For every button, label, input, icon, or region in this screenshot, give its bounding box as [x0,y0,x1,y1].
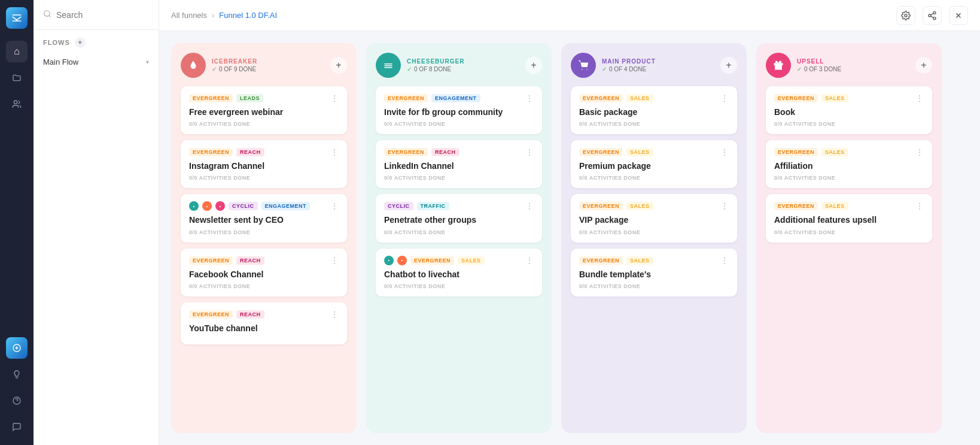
table-row[interactable]: EVERGREENREACH⋮Instagram Channel0/0 ACTI… [181,140,347,188]
col-add-button-cheeseburger[interactable]: + [525,57,542,74]
table-row[interactable]: EVERGREENSALES⋮Affiliation0/0 ACTIVITIES… [766,140,932,188]
table-row[interactable]: EVERGREENSALES⋮Bundle template's0/0 ACTI… [571,249,737,296]
col-add-button-main-product[interactable]: + [720,57,737,74]
table-row[interactable]: CYCLICTRAFFIC⋮Penetrate other groups0/0 … [376,194,542,242]
card-activities: 0/0 ACTIVITIES DONE [774,229,924,235]
table-row[interactable]: EVERGREENSALES⋮Additional features upsel… [766,194,932,242]
card-tags-left: EVERGREENSALES [774,94,848,102]
folder-icon[interactable] [6,67,28,89]
col-header-icebreaker: ICEBREAKER✓ 0 OF 9 DONE+ [181,53,347,78]
tag-reach: REACH [236,256,264,265]
card-activities: 0/0 ACTIVITIES DONE [579,175,729,181]
tag-evergreen: EVERGREEN [410,256,454,265]
card-title: Penetrate other groups [384,214,534,225]
card-tags-row: EVERGREENREACH⋮ [384,147,534,157]
card-menu-button[interactable]: ⋮ [720,147,729,157]
search-input[interactable] [56,10,149,20]
table-row[interactable]: EVERGREENSALES⋮VIP package0/0 ACTIVITIES… [571,194,737,242]
col-count-text: 0 OF 8 DONE [414,66,451,72]
table-row[interactable]: EVERGREENREACH⋮Facebook Channel0/0 ACTIV… [181,249,347,296]
card-tags-left: EVERGREENLEADS [189,94,263,102]
card-menu-button[interactable]: ⋮ [330,201,339,211]
app-logo [6,7,28,29]
table-row[interactable]: ••EVERGREENSALES⋮Chatbot to livechat0/0 … [376,249,542,296]
tag-reach: REACH [431,148,459,156]
table-row[interactable]: EVERGREENREACH⋮YouTube channel [181,302,347,344]
card-menu-button[interactable]: ⋮ [525,256,534,265]
card-title: Bundle template's [579,269,729,280]
col-icon-cheeseburger [376,53,401,78]
card-tags-row: EVERGREENSALES⋮ [774,147,924,157]
users-icon[interactable] [6,93,28,115]
table-row[interactable]: EVERGREENSALES⋮Book0/0 ACTIVITIES DONE [766,86,932,134]
card-title: Facebook Channel [189,269,339,280]
card-tags-row: EVERGREENSALES⋮ [579,147,729,157]
tag-cyclic: CYCLIC [229,202,258,210]
close-button[interactable]: ✕ [949,6,968,25]
flow-item[interactable]: Main Flow ▾ [34,53,159,71]
chevron-down-icon: ▾ [146,59,149,65]
col-add-button-upsell[interactable]: + [915,57,932,74]
flows-header: FLOWS + [34,30,159,53]
tag-evergreen: EVERGREEN [384,94,428,102]
card-menu-button[interactable]: ⋮ [330,310,339,319]
col-count-upsell: ✓ 0 OF 3 DONE [797,66,909,72]
card-activities: 0/0 ACTIVITIES DONE [579,121,729,127]
card-menu-button[interactable]: ⋮ [330,93,339,103]
svg-line-8 [931,16,934,18]
col-count-text: 0 OF 3 DONE [804,66,841,72]
breadcrumb-parent[interactable]: All funnels [171,11,207,20]
tag-sales: SALES [626,94,653,102]
card-activities: 0/0 ACTIVITIES DONE [384,175,534,181]
card-menu-button[interactable]: ⋮ [915,147,924,157]
card-activities: 0/0 ACTIVITIES DONE [774,175,924,181]
breadcrumb-separator: › [212,11,214,20]
card-menu-button[interactable]: ⋮ [720,256,729,265]
tag-sales: SALES [821,148,848,156]
table-row[interactable]: EVERGREENLEADS⋮Free evergreen webinar0/0… [181,86,347,134]
help-icon[interactable] [6,390,28,411]
card-menu-button[interactable]: ⋮ [525,201,534,211]
card-menu-button[interactable]: ⋮ [525,93,534,103]
col-add-button-icebreaker[interactable]: + [330,57,347,74]
card-menu-button[interactable]: ⋮ [915,93,924,103]
table-row[interactable]: EVERGREENSALES⋮Basic package0/0 ACTIVITI… [571,86,737,134]
settings-button[interactable] [896,6,915,25]
card-menu-button[interactable]: ⋮ [330,147,339,157]
card-title: Affiliation [774,161,924,171]
card-tags-left: EVERGREENSALES [579,256,653,265]
tag-engagement: ENGAGEMENT [261,202,311,210]
tag-evergreen: EVERGREEN [189,256,233,265]
col-header-main-product: MAIN PRODUCT✓ 0 OF 4 DONE+ [571,53,737,78]
column-icebreaker: ICEBREAKER✓ 0 OF 9 DONE+EVERGREENLEADS⋮F… [171,43,357,433]
tag-reach: REACH [236,310,264,319]
card-menu-button[interactable]: ⋮ [720,93,729,103]
card-title: VIP package [579,214,729,225]
table-row[interactable]: EVERGREENREACH⋮LinkedIn Channel0/0 ACTIV… [376,140,542,188]
card-menu-button[interactable]: ⋮ [720,201,729,211]
highlight-icon[interactable] [6,337,28,359]
col-icon-main-product [571,53,596,78]
svg-point-0 [14,101,17,104]
share-button[interactable] [923,6,942,25]
column-upsell: UPSELL✓ 0 OF 3 DONE+EVERGREENSALES⋮Book0… [756,43,942,433]
card-menu-button[interactable]: ⋮ [525,147,534,157]
card-menu-button[interactable]: ⋮ [915,201,924,211]
table-row[interactable]: EVERGREENENGAGEMENT⋮Invite for fb group … [376,86,542,134]
chat-icon[interactable] [6,416,28,438]
card-tags-row: EVERGREENREACH⋮ [189,256,339,265]
lightbulb-icon[interactable] [6,364,28,385]
col-icon-upsell [766,53,791,78]
table-row[interactable]: EVERGREENSALES⋮Premium package0/0 ACTIVI… [571,140,737,188]
card-tags-left: EVERGREENREACH [384,148,459,156]
table-row[interactable]: •••CYCLICENGAGEMENT⋮Newsletter sent by C… [181,194,347,242]
home-icon[interactable]: ⌂ [6,41,28,62]
col-count-cheeseburger: ✓ 0 OF 8 DONE [407,66,519,72]
tag-evergreen: EVERGREEN [384,148,428,156]
flows-add-button[interactable]: + [75,37,86,48]
card-menu-button[interactable]: ⋮ [330,256,339,265]
tag-evergreen: EVERGREEN [189,94,233,102]
card-small-icon: • [202,201,212,211]
col-title-cheeseburger: CHEESEBURGER [407,58,519,65]
column-main-product: MAIN PRODUCT✓ 0 OF 4 DONE+EVERGREENSALES… [561,43,747,433]
